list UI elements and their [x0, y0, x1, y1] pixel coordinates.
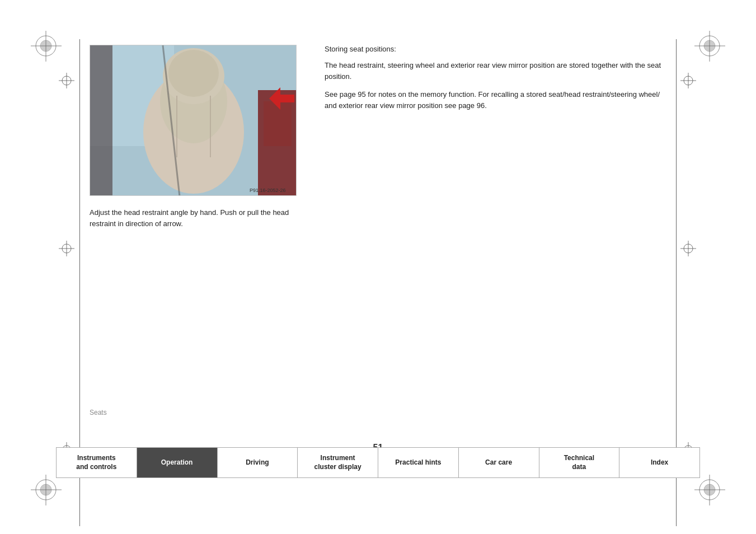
- body-paragraph-1: The head restraint, steering wheel and e…: [325, 60, 666, 82]
- nav-item-practical-hints[interactable]: Practical hints: [378, 448, 459, 477]
- page-content: P91.16-2052-26 Adjust the head restraint…: [90, 45, 666, 456]
- nav-item-operation[interactable]: Operation: [137, 448, 218, 477]
- reg-mark-right-top: [680, 73, 697, 90]
- car-image: P91.16-2052-26: [90, 45, 297, 196]
- corner-mark-tr: [694, 31, 725, 63]
- bottom-nav: Instrumentsand controlsOperationDrivingI…: [56, 447, 700, 478]
- nav-item-driving[interactable]: Driving: [218, 448, 298, 477]
- right-column: Storing seat positions: The head restrai…: [325, 45, 666, 119]
- svg-rect-44: [264, 101, 292, 146]
- section-label: Seats: [90, 409, 107, 416]
- corner-mark-br: [694, 475, 725, 507]
- nav-item-index[interactable]: Index: [619, 448, 699, 477]
- svg-point-40: [168, 50, 219, 97]
- nav-item-instrument-cluster-display[interactable]: Instrumentcluster display: [298, 448, 378, 477]
- reg-mark-left-top: [59, 73, 76, 90]
- corner-mark-bl: [31, 475, 62, 507]
- storing-title: Storing seat positions:: [325, 45, 666, 53]
- left-column: P91.16-2052-26 Adjust the head restraint…: [90, 45, 302, 229]
- reg-mark-left-mid: [59, 241, 76, 257]
- svg-rect-36: [90, 45, 112, 196]
- nav-item-car-care[interactable]: Car care: [459, 448, 539, 477]
- reg-mark-right-mid: [680, 241, 697, 257]
- body-paragraph-2: See page 95 for notes on the memory func…: [325, 89, 666, 111]
- corner-mark-tl: [31, 31, 62, 63]
- nav-item-instruments-and-controls[interactable]: Instrumentsand controls: [57, 448, 137, 477]
- nav-item-technical-data[interactable]: Technicaldata: [539, 448, 620, 477]
- svg-text:P91.16-2052-26: P91.16-2052-26: [250, 188, 286, 193]
- image-caption-text: Adjust the head restraint angle by hand.…: [90, 207, 302, 229]
